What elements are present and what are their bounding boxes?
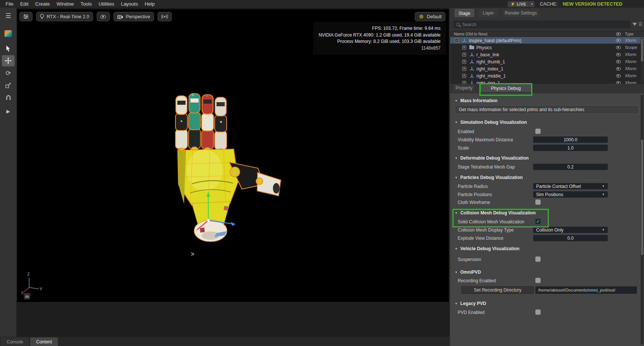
- property-scrollbar[interactable]: [641, 95, 644, 345]
- rotate-tool-button[interactable]: ⟳: [2, 67, 15, 79]
- live-button[interactable]: ⚡ LIVE ▾: [508, 1, 535, 7]
- expand-box-icon[interactable]: +: [462, 53, 466, 57]
- stage-row-right-middle[interactable]: + right_middle_1 Xform: [450, 72, 644, 79]
- set-recording-directory-button[interactable]: Set Recording Directory: [461, 286, 534, 294]
- solid-collision-mesh-checkbox[interactable]: ✓: [535, 219, 541, 224]
- viewport-settings-button[interactable]: [19, 12, 32, 21]
- collision-display-type-dropdown[interactable]: Collision Only ▼: [533, 227, 608, 233]
- collapse-triangle-icon: ▼: [455, 176, 458, 179]
- section-header-omnipvd[interactable]: ▼ OmniPVD: [455, 269, 481, 275]
- expand-chevron-icon[interactable]: >: [191, 251, 194, 258]
- section-header-deformable-debug[interactable]: ▼ Deformable Debug Visualization: [455, 155, 529, 161]
- pvd-enabled-checkbox[interactable]: [535, 309, 541, 315]
- row-suspension: Suspension: [458, 257, 641, 263]
- search-input[interactable]: [462, 22, 627, 27]
- prim-type: Xform: [625, 52, 637, 57]
- prim-type: Xform: [625, 73, 637, 78]
- visibility-eye-icon[interactable]: [616, 39, 621, 42]
- visibility-eye-icon[interactable]: [616, 53, 621, 56]
- cloth-wireframe-checkbox[interactable]: [535, 199, 541, 205]
- menu-file[interactable]: File: [2, 1, 17, 7]
- tab-render-settings[interactable]: Render Settings: [503, 9, 539, 17]
- search-options-icon[interactable]: ☰: [638, 22, 643, 27]
- xform-root-icon: [462, 38, 467, 43]
- directory-button-label: Set Recording Directory: [474, 287, 521, 293]
- expand-box-icon[interactable]: +: [462, 67, 466, 71]
- section-header-mass-information[interactable]: ▼ Mass Information: [455, 98, 497, 104]
- chevron-down-icon: ▼: [602, 228, 605, 232]
- expand-box-icon[interactable]: +: [462, 60, 466, 64]
- lighting-mode-button[interactable]: Default: [415, 12, 445, 21]
- stage-row-physics[interactable]: + Physics Scope: [450, 44, 644, 51]
- menu-help[interactable]: Help: [141, 1, 158, 7]
- particle-radius-dropdown[interactable]: Particle Contact Offset ▼: [533, 183, 608, 189]
- tab-layer[interactable]: Layer: [479, 9, 498, 17]
- visibility-menu-button[interactable]: [97, 12, 110, 21]
- section-header-simulation-debug[interactable]: ▼ Simulation Debug Visualization: [455, 119, 527, 125]
- scale-field[interactable]: 1.0: [533, 145, 608, 151]
- select-tool-button[interactable]: [2, 43, 15, 54]
- particle-positions-dropdown[interactable]: Sim Positions ▼: [533, 191, 608, 198]
- visibility-max-distance-field[interactable]: 1000.0: [533, 136, 608, 143]
- expand-box-icon[interactable]: +: [462, 45, 466, 50]
- enabled-checkbox[interactable]: [535, 129, 541, 134]
- menu-layouts[interactable]: Layouts: [118, 1, 141, 7]
- stage-row-right-index[interactable]: + right_index_1 Xform: [450, 65, 644, 72]
- visibility-eye-icon[interactable]: [616, 60, 621, 63]
- suspension-checkbox[interactable]: [535, 257, 541, 262]
- viewport-3d[interactable]: RTX - Real-Time 2.0 Perspective Default …: [17, 9, 449, 302]
- play-button[interactable]: ▶: [2, 106, 15, 117]
- section-header-particles-debug[interactable]: ▼ Particles Debug Visualization: [455, 174, 523, 180]
- menu-tools[interactable]: Tools: [77, 1, 95, 7]
- section-header-vehicle-debug[interactable]: ▼ Vehicle Debug Visualization: [455, 246, 519, 252]
- menu-window[interactable]: Window: [53, 1, 77, 7]
- menu-utilities[interactable]: Utilities: [95, 1, 118, 7]
- tab-physics-debug[interactable]: Physics Debug: [480, 84, 531, 92]
- chevron-down-icon[interactable]: ▾: [529, 1, 535, 7]
- camera-selector-button[interactable]: Perspective: [113, 12, 154, 21]
- camera-icon: [117, 15, 123, 19]
- chevron-down-icon: ▼: [602, 193, 605, 196]
- menu-edit[interactable]: Edit: [17, 1, 32, 7]
- stage-row-r-base-link[interactable]: + r_base_link Xform: [450, 51, 644, 58]
- stage-scrollbar-thumb[interactable]: [641, 38, 643, 62]
- tab-console[interactable]: Console: [1, 337, 29, 346]
- tab-property[interactable]: Property: [453, 84, 475, 92]
- tab-stage[interactable]: Stage: [455, 9, 474, 17]
- collapse-box-icon[interactable]: −: [455, 38, 459, 43]
- renderer-selector-button[interactable]: RTX - Real-Time 2.0: [36, 12, 93, 21]
- move-tool-button[interactable]: [2, 55, 15, 66]
- visibility-eye-icon[interactable]: [616, 46, 621, 49]
- scale-tool-button[interactable]: [2, 80, 15, 91]
- stage-preview-icon[interactable]: [2, 28, 15, 39]
- expand-box-icon[interactable]: +: [462, 74, 466, 78]
- visibility-eye-icon[interactable]: [616, 67, 621, 70]
- name-column-label: Name (Old to New): [454, 32, 488, 36]
- row-label: PVD Enabled: [458, 310, 485, 315]
- tab-render-settings-label: Render Settings: [505, 10, 537, 16]
- get-mass-information-button[interactable]: Get mass information for selected prims …: [455, 105, 639, 114]
- recording-directory-field[interactable]: /home/akissel/Documents/omni_pvd/out/: [535, 286, 637, 294]
- stage-panel: Stage Layer Render Settings ☰ Name (Old …: [450, 8, 644, 83]
- section-header-legacy-pvd[interactable]: ▼ Legacy PVD: [455, 301, 486, 306]
- section-header-collision-mesh-debug[interactable]: ▼ Collision Mesh Debug Visualization: [455, 210, 536, 216]
- stage-scrollbar[interactable]: [641, 38, 644, 83]
- recording-enabled-checkbox[interactable]: [535, 278, 541, 283]
- row-particle-positions: Particle Positions Sim Positions ▼: [458, 192, 641, 198]
- explode-view-distance-field[interactable]: 0.0: [533, 235, 608, 241]
- stage-row-inspire-hand[interactable]: − inspire_hand (defaultPrim) Xform: [450, 37, 644, 44]
- tab-content-label: Content: [36, 339, 52, 345]
- filter-icon[interactable]: [632, 23, 637, 26]
- audio-preview-button[interactable]: [158, 12, 172, 21]
- visibility-eye-icon[interactable]: [616, 74, 621, 78]
- stage-row-right-thumb[interactable]: + right_thumb_1 Xform: [450, 58, 644, 65]
- property-scrollbar-thumb[interactable]: [641, 139, 643, 255]
- snap-tool-button[interactable]: [2, 92, 15, 103]
- tab-content[interactable]: Content: [30, 337, 58, 346]
- field-value: 1.0: [567, 145, 574, 151]
- row-label: Visibility Maximum Distance: [458, 137, 513, 142]
- menu-create[interactable]: Create: [32, 1, 53, 7]
- burger-menu-icon[interactable]: ☰: [2, 10, 15, 21]
- mesh-gap-field[interactable]: 0.2: [533, 164, 608, 170]
- directory-value: /home/akissel/Documents/omni_pvd/out/: [538, 288, 615, 292]
